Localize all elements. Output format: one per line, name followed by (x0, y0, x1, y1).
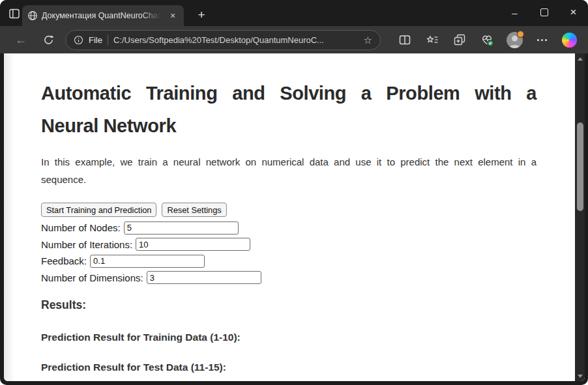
scroll-up-button[interactable] (575, 53, 585, 64)
ellipsis-icon (537, 39, 547, 41)
document-body: Automatic Training and Solving a Problem… (41, 53, 537, 373)
tab-actions-menu-button[interactable] (7, 6, 22, 21)
globe-icon (27, 10, 38, 21)
browser-tab[interactable]: Документация QuantNeuroChaC × (22, 5, 184, 26)
split-screen-button[interactable] (391, 30, 419, 50)
training-result-heading: Prediction Result for Training Data (1-1… (41, 332, 537, 343)
intro-line2: sequence. (41, 171, 537, 188)
page-content-area: Automatic Training and Solving a Problem… (4, 53, 585, 381)
iterations-field-row: Number of Iterations: (41, 236, 537, 253)
maximize-button[interactable] (529, 0, 559, 25)
favorites-star-list-icon (426, 33, 439, 46)
nodes-field-row: Number of Nodes: (41, 220, 537, 236)
tab-close-icon[interactable]: × (167, 10, 179, 21)
info-icon (74, 35, 83, 45)
page-title-line1: Automatic Training and Solving a Problem… (41, 77, 537, 109)
page-scrollbar[interactable] (575, 53, 585, 381)
test-result-heading: Prediction Result for Test Data (11-15): (41, 362, 537, 373)
tab-title: Документация QuantNeuroChaC (42, 11, 163, 20)
settings-more-button[interactable] (528, 30, 555, 50)
dimensions-input[interactable] (147, 271, 261, 284)
page-title-line2: Neural Network (41, 109, 537, 142)
collections-button[interactable] (446, 30, 473, 50)
profile-button[interactable] (501, 30, 528, 50)
iterations-label: Number of Iterations: (41, 239, 132, 250)
refresh-button[interactable] (39, 31, 57, 49)
minimize-button[interactable]: – (500, 0, 529, 25)
new-tab-button[interactable]: + (193, 7, 210, 23)
collections-icon (453, 33, 466, 46)
browser-toolbar: ← File C:/Users/Softpedia%20Test/Desktop… (0, 26, 588, 53)
split-screen-icon (398, 33, 411, 46)
iterations-input[interactable] (136, 238, 250, 251)
browser-window: Документация QuantNeuroChaC × + – × ← (0, 0, 588, 385)
copilot-button[interactable] (555, 30, 583, 50)
profile-notification-badge (517, 31, 524, 38)
feedback-input[interactable] (90, 255, 205, 268)
dimensions-field-row: Number of Dimensions: (41, 270, 537, 287)
url-text[interactable]: C:/Users/Softpedia%20Test/Desktop/Quantu… (113, 35, 359, 45)
nodes-label: Number of Nodes: (41, 222, 121, 233)
favorite-star-icon[interactable]: ☆ (364, 35, 372, 45)
feedback-label: Feedback: (41, 255, 87, 266)
maximize-icon (540, 8, 548, 16)
refresh-icon (43, 35, 54, 46)
button-row: Start Training and Prediction Reset Sett… (41, 203, 537, 217)
favorites-button[interactable] (419, 30, 446, 50)
intro-line1: In this example, we train a neural netwo… (41, 153, 537, 171)
copilot-icon (562, 33, 577, 48)
scrollbar-thumb[interactable] (577, 122, 583, 211)
window-controls: – × (500, 0, 588, 25)
address-bar[interactable]: File C:/Users/Softpedia%20Test/Desktop/Q… (65, 30, 381, 50)
page-title: Automatic Training and Solving a Problem… (41, 77, 537, 142)
heart-pulse-icon (480, 33, 494, 47)
dimensions-label: Number of Dimensions: (41, 272, 143, 283)
toolbar-icon-cluster (391, 30, 583, 50)
scroll-up-arrow-icon (578, 57, 583, 61)
omnibox-separator (108, 35, 108, 45)
url-scheme-label: File (89, 35, 102, 45)
back-button[interactable]: ← (12, 31, 30, 49)
scroll-down-arrow-icon (578, 375, 583, 378)
start-training-button[interactable]: Start Training and Prediction (41, 203, 156, 217)
results-heading: Results: (41, 298, 537, 312)
training-controls: Start Training and Prediction Reset Sett… (41, 203, 537, 286)
title-bar: Документация QuantNeuroChaC × + – × (0, 0, 588, 26)
browser-essentials-button[interactable] (473, 30, 501, 50)
nodes-input[interactable] (124, 221, 239, 235)
close-button[interactable]: × (559, 0, 588, 25)
scroll-down-button[interactable] (575, 371, 585, 381)
content-left-gutter (4, 53, 14, 381)
feedback-field-row: Feedback: (41, 253, 537, 270)
intro-paragraph: In this example, we train a neural netwo… (41, 153, 537, 188)
reset-settings-button[interactable]: Reset Settings (162, 203, 226, 217)
tab-actions-icon (8, 7, 21, 20)
